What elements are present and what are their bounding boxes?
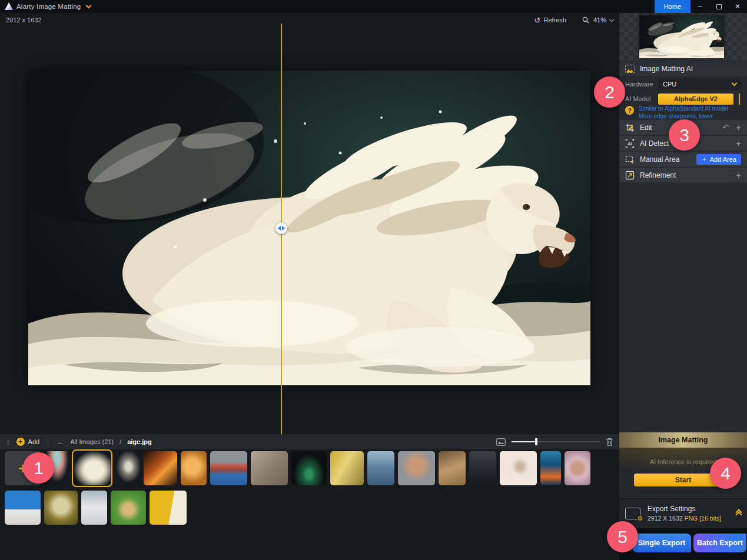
title-bar: Aiarty Image Matting Home – ✕ <box>0 0 747 13</box>
maximize-button[interactable] <box>709 0 728 13</box>
refresh-label: Refresh <box>543 16 566 24</box>
thumbnail-man-in-suit[interactable] <box>469 451 496 485</box>
image-matting-panel-title: Image Matting <box>619 432 747 448</box>
thumbnail-red-haired-woman[interactable] <box>210 451 247 485</box>
thumbnail-child-with-cat[interactable] <box>439 451 466 485</box>
hardware-row: Hardware CPU <box>619 78 747 91</box>
single-export-button[interactable]: Single Export <box>632 534 691 552</box>
ai-model-value-pill[interactable]: AlphaEdge V2 <box>658 94 733 105</box>
thumbnail-hand-white-bg[interactable] <box>500 451 537 485</box>
thumbnail-emerald-necklace[interactable] <box>291 451 327 485</box>
thumbnail-bride-white-dress[interactable] <box>81 491 107 525</box>
thumbnail-spider-web[interactable] <box>44 491 78 525</box>
edit-icon <box>625 123 635 132</box>
refresh-button[interactable]: ↺ Refresh <box>534 16 566 25</box>
thumbnail-blonde-woman[interactable] <box>251 451 288 485</box>
thumbnail-yellow-bicycle-scene[interactable] <box>150 491 187 525</box>
add-area-plus-icon: ＋ <box>701 155 708 164</box>
maximize-icon <box>716 4 722 9</box>
breadcrumb-all-images[interactable]: All Images (21) <box>70 438 114 445</box>
thumbnail-white-dove[interactable] <box>114 451 140 485</box>
add-plus-icon: + <box>16 438 25 446</box>
callout-1: 1 <box>23 452 54 484</box>
undo-icon[interactable]: ↶ <box>722 123 729 132</box>
app-logo-icon <box>5 2 13 10</box>
filmstrip: ⌄⌄ + Add ← All Images (21) / aigc.jpg <box>0 434 619 560</box>
export-resolution: 2912 X 1632 <box>648 515 683 522</box>
zoom-chevron-down-icon[interactable] <box>609 16 614 21</box>
canvas-header: 2912 x 1632 ↺ Refresh 41% <box>0 13 619 27</box>
main-image[interactable] <box>28 71 590 385</box>
ai-model-chevron-down-icon[interactable] <box>739 94 740 105</box>
edit-expand-plus-icon[interactable]: + <box>736 123 741 132</box>
hardware-chevron-down-icon <box>732 81 738 86</box>
title-chevron-down-icon[interactable] <box>86 3 92 9</box>
section-image-matting-ai: Image Matting AI <box>619 62 747 76</box>
thumbnail-flower-woman[interactable] <box>565 451 590 485</box>
refinement-expand-plus-icon[interactable]: + <box>736 171 741 179</box>
trash-icon[interactable] <box>606 438 613 446</box>
breadcrumb-current-file: aigc.jpg <box>127 438 152 445</box>
compare-divider-handle[interactable] <box>275 222 287 234</box>
tool-row-manual-area[interactable]: Manual Area ＋ Add Area <box>619 152 747 166</box>
thumbnail-yellow-veil-woman[interactable] <box>330 451 364 485</box>
callout-5: 5 <box>607 521 638 552</box>
zoom-level: 41% <box>593 16 606 24</box>
manual-area-label: Manual Area <box>640 155 679 164</box>
ai-model-label: AI Model <box>625 95 658 102</box>
export-format: PNG <box>684 515 698 522</box>
zoom-control[interactable]: 41% <box>582 16 613 24</box>
window-resize-grip[interactable] <box>739 546 745 552</box>
ai-detect-expand-plus-icon[interactable]: + <box>736 139 741 148</box>
manual-area-icon <box>625 155 635 164</box>
navigator-image <box>639 15 724 58</box>
thumbnail-blue-dress-woman[interactable] <box>367 451 394 485</box>
thumbnail-size-slider[interactable] <box>512 441 600 442</box>
svg-text:AI: AI <box>628 141 632 146</box>
canvas-area: 2912 x 1632 ↺ Refresh 41% <box>0 13 619 434</box>
ai-detect-icon: AI <box>625 139 635 148</box>
hardware-label: Hardware <box>625 81 658 88</box>
export-settings-row[interactable]: ⚙ Export Settings 2912 X 1632 PNG [16 bi… <box>619 498 747 528</box>
thumb-row-1: + <box>5 451 590 485</box>
thumbnail-skateboarder[interactable] <box>5 491 41 525</box>
filmstrip-toolbar: ⌄⌄ + Add ← All Images (21) / aigc.jpg <box>0 434 619 449</box>
back-arrow-icon[interactable]: ← <box>57 438 64 446</box>
home-button[interactable]: Home <box>655 0 690 13</box>
thumbnail-blue-silhouette-woman[interactable] <box>540 451 561 485</box>
navigator-preview[interactable] <box>619 13 747 61</box>
magnifier-icon <box>582 16 590 24</box>
ai-model-row: AI Model AlphaEdge V2 <box>619 92 747 105</box>
hardware-dropdown[interactable]: CPU <box>658 78 741 90</box>
collapse-filmstrip-icon[interactable]: ⌄⌄ <box>6 439 11 445</box>
tool-row-refinement[interactable]: Refinement + <box>619 168 747 182</box>
add-image-button[interactable]: + Add <box>16 438 40 446</box>
export-bit-depth: [16 bits] <box>699 515 721 522</box>
gear-icon: ⚙ <box>637 515 643 522</box>
close-button[interactable]: ✕ <box>728 0 747 13</box>
refresh-icon: ↺ <box>534 16 541 25</box>
add-area-label: Add Area <box>710 156 736 163</box>
refinement-label: Refinement <box>640 171 676 179</box>
breadcrumb-separator: / <box>119 438 121 445</box>
thumbnail-orange-cat[interactable] <box>181 451 207 485</box>
thumbnail-bearded-man[interactable] <box>398 451 435 485</box>
help-icon[interactable]: ? <box>625 106 634 115</box>
collapse-export-chevron-icon[interactable] <box>736 510 741 517</box>
export-settings-icon: ⚙ <box>625 508 640 519</box>
app-title: Aiarty Image Matting <box>16 3 81 10</box>
divider-arrow-left-icon <box>278 226 281 231</box>
callout-3: 3 <box>669 119 700 151</box>
section-title: Image Matting AI <box>640 65 693 73</box>
slider-handle[interactable] <box>535 438 537 445</box>
batch-export-button[interactable]: Batch Export <box>693 534 746 552</box>
thumbnail-two-puppies[interactable] <box>111 491 146 525</box>
thumbnail-fire-couple[interactable] <box>144 451 177 485</box>
add-area-button[interactable]: ＋ Add Area <box>696 154 741 165</box>
hint-line-1: Similar to AlphaStandard AI model <box>639 105 743 112</box>
add-label: Add <box>28 438 40 445</box>
thumbnail-white-lion[interactable] <box>74 451 111 485</box>
toolbar-separator <box>48 438 48 446</box>
minimize-button[interactable]: – <box>690 0 709 13</box>
app-window: Aiarty Image Matting Home – ✕ 2912 x 163… <box>0 0 747 560</box>
